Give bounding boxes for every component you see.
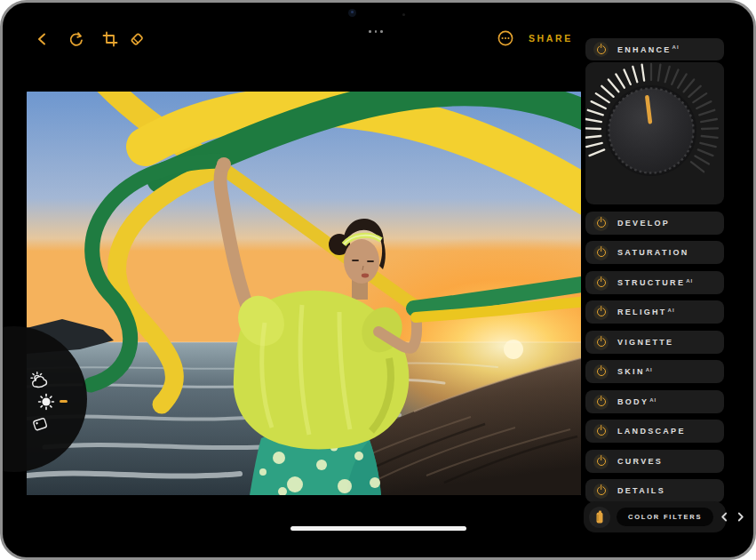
power-icon[interactable] bbox=[593, 395, 609, 410]
panel-label: ENHANCEAI bbox=[617, 45, 680, 54]
enhance-knob-panel[interactable] bbox=[585, 62, 724, 204]
panel-relight[interactable]: RELIGHTAI bbox=[585, 300, 724, 324]
power-icon[interactable] bbox=[593, 216, 609, 231]
panel-skin[interactable]: SKINAI bbox=[585, 360, 724, 383]
power-icon[interactable] bbox=[593, 424, 609, 439]
power-icon[interactable] bbox=[593, 245, 609, 260]
sun-icon bbox=[36, 392, 56, 412]
sensor-dot bbox=[402, 13, 405, 16]
power-icon[interactable] bbox=[593, 484, 609, 499]
panel-develop[interactable]: DEVELOP bbox=[585, 212, 724, 235]
ellipsis-circle-icon bbox=[497, 29, 514, 47]
power-icon[interactable] bbox=[593, 42, 609, 57]
sun-behind-cloud-icon bbox=[29, 371, 49, 390]
tag-icon bbox=[31, 415, 49, 433]
screen: SHARE bbox=[3, 3, 753, 557]
tag-tool[interactable] bbox=[31, 415, 49, 433]
share-button[interactable]: SHARE bbox=[529, 33, 582, 44]
chevron-left-icon bbox=[35, 31, 51, 47]
power-icon[interactable] bbox=[593, 364, 609, 380]
color-filters-bar: COLOR FILTERS bbox=[584, 501, 726, 532]
more-button[interactable] bbox=[497, 29, 514, 47]
screenshot-stage: SHARE bbox=[0, 0, 756, 560]
panel-details[interactable]: DETAILS bbox=[585, 479, 724, 502]
chevron-right-icon bbox=[736, 512, 745, 522]
crop-icon bbox=[102, 31, 118, 47]
home-indicator[interactable] bbox=[290, 526, 466, 531]
color-filter-roll-icon bbox=[592, 509, 608, 525]
eraser-button[interactable] bbox=[128, 30, 146, 48]
dial-pointer-tick bbox=[60, 400, 68, 403]
panel-curves[interactable]: CURVES bbox=[585, 450, 724, 473]
photo-image bbox=[27, 92, 581, 495]
next-filter-button[interactable] bbox=[736, 511, 745, 524]
enhance-knob[interactable] bbox=[585, 62, 724, 204]
undo-button[interactable] bbox=[67, 30, 84, 48]
prev-filter-button[interactable] bbox=[720, 511, 729, 524]
power-icon[interactable] bbox=[593, 305, 609, 320]
power-icon[interactable] bbox=[593, 454, 609, 469]
panel-structure[interactable]: STRUCTUREAI bbox=[585, 271, 724, 294]
sun-cloud-tool[interactable] bbox=[29, 371, 49, 390]
power-icon[interactable] bbox=[593, 335, 609, 350]
front-camera bbox=[348, 9, 356, 17]
panel-saturation[interactable]: SATURATION bbox=[585, 241, 724, 264]
crop-button[interactable] bbox=[101, 30, 119, 48]
eraser-icon bbox=[128, 30, 146, 48]
panel-vignette[interactable]: VIGNETTE bbox=[585, 331, 724, 354]
chevron-left-icon bbox=[720, 512, 729, 522]
back-button[interactable] bbox=[34, 30, 52, 48]
panel-body[interactable]: BODYAI bbox=[585, 390, 724, 413]
panel-enhance[interactable]: ENHANCEAI bbox=[585, 38, 724, 60]
color-filters-label: COLOR FILTERS bbox=[628, 513, 702, 521]
multitask-indicator[interactable] bbox=[369, 30, 383, 33]
photo-canvas[interactable] bbox=[27, 92, 581, 495]
film-roll-button[interactable] bbox=[589, 507, 610, 528]
sun-tool-selected[interactable] bbox=[36, 392, 56, 412]
ipad-device-frame: SHARE bbox=[0, 0, 756, 560]
panel-landscape[interactable]: LANDSCAPE bbox=[585, 420, 724, 443]
color-filters-button[interactable]: COLOR FILTERS bbox=[617, 508, 713, 526]
undo-icon bbox=[68, 31, 84, 48]
power-icon[interactable] bbox=[593, 276, 609, 291]
